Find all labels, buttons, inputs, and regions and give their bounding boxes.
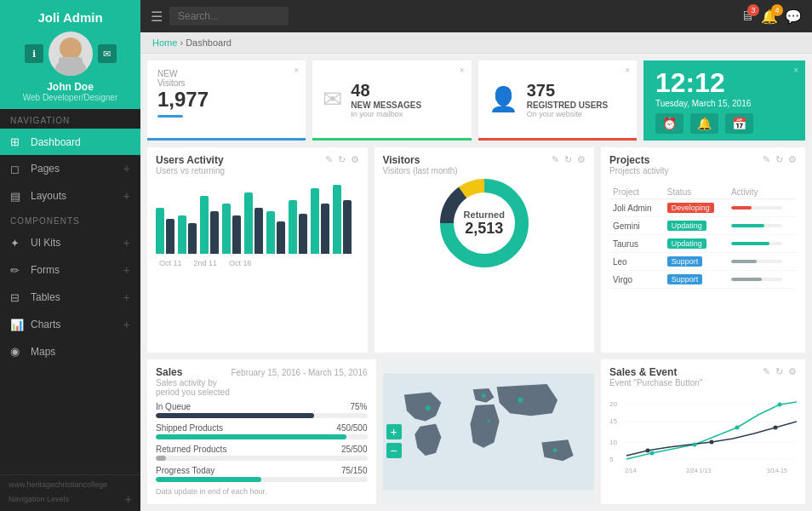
progress-track: [156, 434, 368, 439]
bar-group: [266, 211, 285, 254]
messages-value: 48: [351, 81, 421, 100]
sales-subtitle: Sales activity by period you selected: [156, 378, 368, 397]
teal-bar: [200, 196, 209, 254]
sidebar-item-uikits[interactable]: ✦ UI Kits +: [0, 229, 140, 256]
sidebar-item-label: Layouts: [31, 190, 66, 202]
mail-icon-btn[interactable]: ✉: [98, 44, 117, 63]
users-activity-toolbar: ✎ ↻ ⚙: [325, 154, 359, 165]
clock-calendar-btn[interactable]: 📅: [725, 113, 753, 134]
chat-icon-btn[interactable]: 💬: [785, 9, 802, 25]
footer-add-icon[interactable]: +: [125, 492, 132, 506]
users-activity-subtitle: Users vs returning: [156, 166, 359, 175]
activity-bar-wrap: [731, 278, 782, 281]
edit-icon[interactable]: ✎: [763, 154, 770, 165]
teal-bar: [333, 185, 341, 254]
bar-labels: Oct 112nd 11Oct 16: [156, 259, 359, 267]
settings-icon[interactable]: ⚙: [577, 154, 586, 165]
sidebar-item-dashboard[interactable]: ⊞ Dashboard: [0, 129, 140, 155]
clock-alarm-btn[interactable]: ⏰: [655, 113, 683, 134]
project-name: Virgo: [609, 271, 664, 289]
bar-chart: [156, 181, 359, 257]
donut-label: Returned 2,513: [464, 210, 505, 238]
svg-point-24: [735, 426, 740, 430]
layouts-add-icon[interactable]: +: [123, 189, 130, 203]
tables-add-icon[interactable]: +: [123, 290, 130, 304]
charts-add-icon[interactable]: +: [123, 318, 130, 331]
visitors-card: × NEW Visitors 1,977: [147, 60, 306, 141]
svg-point-12: [552, 448, 557, 452]
bar-group: [222, 204, 241, 254]
info-icon-btn[interactable]: ℹ: [25, 44, 43, 63]
refresh-icon[interactable]: ↻: [775, 366, 783, 377]
forms-add-icon[interactable]: +: [123, 263, 130, 277]
edit-icon[interactable]: ✎: [325, 154, 333, 165]
svg-point-2: [60, 38, 81, 59]
settings-icon[interactable]: ⚙: [351, 154, 359, 165]
breadcrumb-current: Dashboard: [186, 37, 232, 48]
sidebar-item-label: Dashboard: [31, 136, 81, 148]
table-row: Joli Admin Developing: [609, 199, 797, 217]
sidebar-item-forms[interactable]: ✏ Forms +: [0, 256, 140, 284]
monitor-badge: 3: [747, 4, 759, 16]
messages-subsub: In your mailbox: [351, 110, 421, 118]
map-zoom-in[interactable]: +: [386, 424, 402, 439]
svg-point-10: [481, 393, 485, 398]
map-card: + −: [383, 359, 595, 504]
visitors-value: 1,977: [157, 88, 295, 112]
map-zoom-out[interactable]: −: [386, 443, 402, 458]
sales-progress: In Queue 75% Shipped Products 450/500 Re…: [156, 402, 368, 482]
svg-point-13: [487, 420, 490, 423]
sales-event-subtitle: Event "Purchase Button": [609, 378, 797, 388]
svg-point-25: [778, 403, 782, 407]
dark-bar: [166, 219, 174, 254]
sidebar-item-pages[interactable]: ◻ Pages +: [0, 155, 140, 182]
sidebar-item-label: UI Kits: [31, 237, 60, 249]
status-badge: Developing: [667, 203, 714, 213]
sidebar-item-charts[interactable]: 📊 Charts +: [0, 311, 140, 338]
pages-add-icon[interactable]: +: [123, 162, 130, 175]
uikits-add-icon[interactable]: +: [123, 236, 130, 250]
messages-close[interactable]: ×: [460, 66, 465, 75]
menu-icon[interactable]: ☰: [151, 9, 163, 25]
settings-icon[interactable]: ⚙: [788, 154, 797, 165]
col-project: Project: [609, 186, 664, 199]
progress-item-label: Returned Products: [156, 445, 226, 454]
bot-row: February 15, 2016 - March 15, 2016 Sales…: [147, 359, 805, 504]
progress-label: Shipped Products 450/500: [156, 423, 368, 433]
breadcrumb-home[interactable]: Home: [152, 37, 177, 48]
sidebar-item-tables[interactable]: ⊟ Tables +: [0, 284, 140, 311]
svg-text:15: 15: [609, 417, 617, 425]
teal-bar: [311, 188, 319, 254]
sidebar-item-label: Tables: [31, 291, 60, 303]
search-input[interactable]: [169, 7, 289, 26]
svg-text:20: 20: [609, 400, 617, 408]
clock-close[interactable]: ×: [793, 66, 798, 75]
activity-bar-wrap: [731, 206, 782, 210]
users-close[interactable]: ×: [625, 66, 630, 75]
project-name: Joli Admin: [609, 199, 664, 217]
progress-track: [156, 477, 368, 482]
visitors-sublabel: Visitors: [157, 78, 295, 88]
progress-fill: [156, 434, 346, 439]
user-role: Web Developer/Designer: [9, 93, 132, 102]
edit-icon[interactable]: ✎: [763, 366, 770, 377]
bell-icon-btn[interactable]: 🔔 4: [761, 9, 778, 25]
sidebar-item-layouts[interactable]: ▤ Layouts +: [0, 182, 140, 210]
project-name: Leo: [609, 253, 664, 271]
clock-bell-btn[interactable]: 🔔: [690, 113, 718, 134]
table-row: Virgo Support: [609, 271, 797, 289]
projects-subtitle: Projects activity: [609, 166, 797, 175]
sidebar-item-maps[interactable]: ◉ Maps: [0, 338, 140, 365]
monitor-icon-btn[interactable]: 🖥 3: [741, 9, 754, 24]
teal-bar: [178, 215, 186, 254]
clock-actions: ⏰ 🔔 📅: [655, 113, 793, 134]
settings-icon[interactable]: ⚙: [788, 366, 797, 377]
progress-track: [156, 456, 368, 461]
refresh-icon[interactable]: ↻: [564, 154, 572, 165]
svg-text:5: 5: [609, 456, 614, 463]
topbar-icons: 🖥 3 🔔 4 💬: [741, 9, 802, 25]
refresh-icon[interactable]: ↻: [775, 154, 783, 165]
refresh-icon[interactable]: ↻: [338, 154, 346, 165]
edit-icon[interactable]: ✎: [552, 154, 559, 165]
visitors-close[interactable]: ×: [294, 66, 299, 75]
